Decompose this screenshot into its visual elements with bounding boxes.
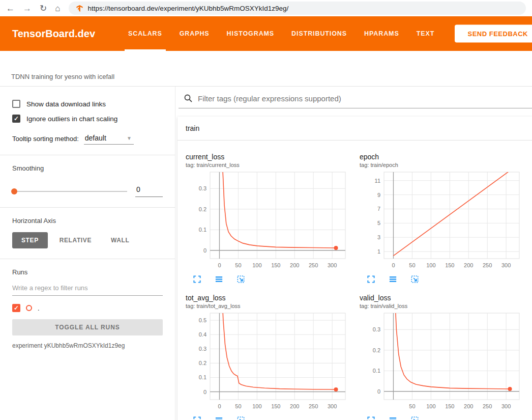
svg-text:0.3: 0.3 — [199, 346, 206, 352]
filter-tags-input[interactable] — [198, 94, 532, 103]
svg-text:150: 150 — [271, 403, 280, 409]
show-download-links-label: Show data download links — [26, 100, 106, 108]
svg-text:200: 200 — [464, 262, 473, 268]
checkbox-checked-icon[interactable] — [12, 115, 20, 123]
expand-chart-icon[interactable] — [193, 416, 201, 420]
horizontal-axis-label: Horizontal Axis — [12, 217, 163, 225]
tab-histograms[interactable]: HISTOGRAMS — [218, 16, 283, 51]
expand-chart-icon[interactable] — [367, 416, 375, 420]
expand-chart-icon[interactable] — [193, 275, 201, 284]
chart-tag: tag: train/epoch — [360, 162, 532, 168]
runs-filter-input[interactable] — [12, 281, 163, 296]
svg-text:250: 250 — [309, 262, 318, 268]
tooltip-sorting-value: default — [85, 134, 106, 142]
tensorboard-favicon — [76, 5, 83, 12]
svg-text:300: 300 — [501, 403, 511, 409]
run-row[interactable]: . — [12, 304, 163, 312]
svg-text:50: 50 — [409, 262, 415, 268]
smoothing-value-field[interactable]: 0 — [135, 185, 163, 197]
chart-card: valid_loss tag: train/valid_loss 00.10.2… — [360, 294, 532, 420]
ignore-outliers-row[interactable]: Ignore outliers in chart scaling — [12, 115, 163, 123]
chart-plot[interactable]: 00.10.20.350100150200250300 — [360, 311, 522, 413]
chart-tag: tag: train/tot_avg_loss — [186, 303, 360, 309]
svg-text:0: 0 — [218, 403, 221, 409]
smoothing-label: Smoothing — [12, 164, 163, 172]
svg-text:250: 250 — [483, 403, 492, 409]
tab-distributions[interactable]: DISTRIBUTIONS — [283, 16, 356, 51]
tab-hparams[interactable]: HPARAMS — [356, 16, 408, 51]
svg-text:200: 200 — [464, 403, 473, 409]
fit-domain-icon[interactable] — [237, 416, 245, 420]
chart-title: valid_loss — [360, 294, 532, 302]
ignore-outliers-label: Ignore outliers in chart scaling — [26, 115, 117, 123]
send-feedback-button[interactable]: SEND FEEDBACK — [455, 25, 532, 43]
svg-text:150: 150 — [271, 262, 280, 268]
svg-text:0.2: 0.2 — [199, 206, 206, 212]
top-nav-tabs: SCALARS GRAPHS HISTOGRAMS DISTRIBUTIONS … — [120, 16, 443, 51]
svg-text:0.5: 0.5 — [199, 317, 206, 323]
run-name: . — [38, 304, 40, 312]
axis-step-button[interactable]: STEP — [12, 232, 48, 248]
svg-text:250: 250 — [309, 403, 318, 409]
back-icon[interactable]: ← — [6, 4, 15, 13]
chart-plot[interactable]: 00.10.20.30.40.5050100150200250300 — [186, 311, 348, 413]
home-icon[interactable]: ⌂ — [55, 4, 60, 13]
fit-domain-icon[interactable] — [410, 275, 419, 284]
svg-text:0.2: 0.2 — [373, 347, 380, 353]
tooltip-sorting-dropdown[interactable]: default ▼ — [84, 134, 134, 145]
run-color-swatch-icon[interactable] — [26, 305, 32, 311]
svg-text:0.3: 0.3 — [373, 326, 380, 332]
train-section-card: train current_loss tag: train/current_lo… — [178, 117, 532, 420]
svg-text:250: 250 — [483, 262, 492, 268]
svg-text:0: 0 — [203, 389, 206, 395]
axis-wall-button[interactable]: WALL — [103, 232, 137, 248]
app-header: TensorBoard.dev SCALARS GRAPHS HISTOGRAM… — [0, 16, 532, 51]
experiment-bar: TDNN training for yesno with icefall — [0, 51, 532, 87]
fit-domain-icon[interactable] — [237, 275, 245, 284]
svg-text:50: 50 — [409, 403, 415, 409]
svg-text:300: 300 — [501, 262, 511, 268]
svg-text:0.1: 0.1 — [373, 368, 380, 374]
svg-text:0.1: 0.1 — [199, 227, 206, 233]
experiment-title: TDNN training for yesno with icefall — [11, 73, 532, 80]
chart-title: epoch — [360, 153, 532, 161]
tab-graphs[interactable]: GRAPHS — [171, 16, 218, 51]
main-panel: train current_loss tag: train/current_lo… — [175, 87, 532, 420]
svg-text:300: 300 — [328, 403, 337, 409]
svg-text:9: 9 — [377, 192, 380, 198]
smoothing-slider[interactable] — [12, 191, 127, 192]
svg-text:0.1: 0.1 — [199, 374, 206, 380]
data-lines-icon[interactable] — [389, 275, 397, 284]
svg-text:3: 3 — [377, 234, 380, 240]
chart-card: epoch tag: train/epoch 13579110501001502… — [360, 153, 532, 284]
show-download-links-row[interactable]: Show data download links — [12, 100, 163, 108]
svg-text:5: 5 — [377, 220, 380, 226]
chart-toolbar — [367, 416, 532, 420]
fit-domain-icon[interactable] — [410, 416, 419, 420]
axis-relative-button[interactable]: RELATIVE — [52, 232, 99, 248]
smoothing-slider-knob[interactable] — [11, 188, 17, 194]
chevron-down-icon: ▼ — [127, 135, 132, 141]
expand-chart-icon[interactable] — [367, 275, 375, 284]
svg-text:100: 100 — [252, 262, 261, 268]
address-bar[interactable]: https://tensorboard.dev/experiment/yKUbh… — [69, 2, 526, 15]
train-section-header[interactable]: train — [178, 117, 532, 141]
svg-text:0: 0 — [203, 247, 206, 254]
data-lines-icon[interactable] — [215, 416, 223, 420]
data-lines-icon[interactable] — [389, 416, 397, 420]
toggle-all-runs-button[interactable]: TOGGLE ALL RUNS — [12, 319, 163, 335]
forward-icon[interactable]: → — [23, 4, 32, 13]
reload-icon[interactable]: ↻ — [40, 4, 47, 13]
svg-text:300: 300 — [328, 262, 337, 268]
chart-plot[interactable]: 00.10.20.3050100150200250300 — [186, 170, 348, 272]
svg-text:1: 1 — [377, 248, 380, 255]
brand-logo[interactable]: TensorBoard.dev — [12, 28, 95, 40]
svg-text:200: 200 — [290, 403, 299, 409]
svg-text:11: 11 — [375, 178, 380, 184]
run-checkbox-icon[interactable] — [12, 304, 20, 312]
checkbox-unchecked-icon[interactable] — [12, 100, 20, 108]
data-lines-icon[interactable] — [215, 275, 223, 284]
tab-text[interactable]: TEXT — [408, 16, 444, 51]
chart-plot[interactable]: 1357911050100150200250300 — [360, 170, 522, 272]
tab-scalars[interactable]: SCALARS — [120, 16, 171, 51]
